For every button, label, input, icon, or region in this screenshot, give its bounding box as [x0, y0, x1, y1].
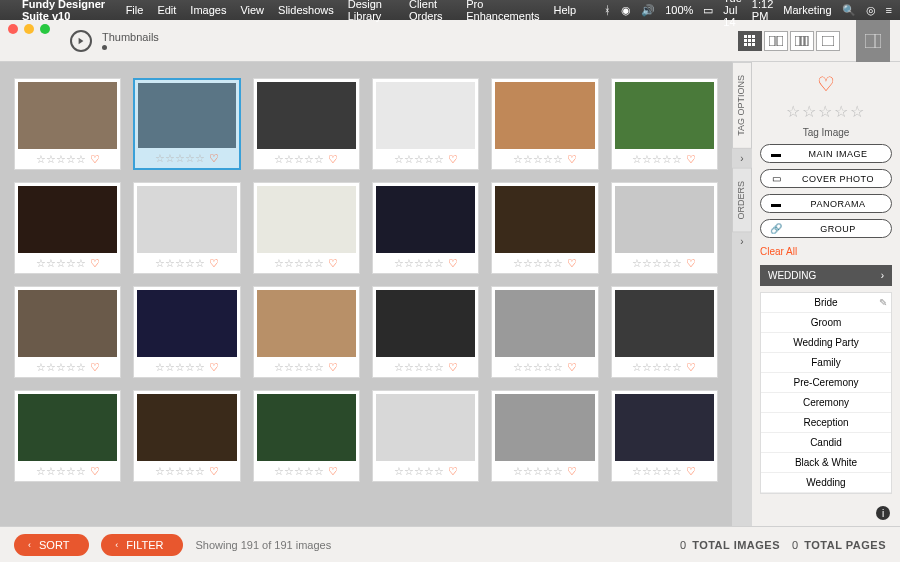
thumbnail[interactable]: ☆☆☆☆☆ ♡: [14, 390, 121, 482]
thumbnail[interactable]: ☆☆☆☆☆ ♡: [611, 78, 718, 170]
heart-icon[interactable]: ♡: [90, 153, 100, 166]
thumbnail[interactable]: ☆☆☆☆☆ ♡: [133, 78, 240, 170]
chevron-right-icon[interactable]: ›: [732, 149, 752, 168]
menu-edit[interactable]: Edit: [157, 4, 176, 16]
thumbnail-image[interactable]: [376, 186, 475, 253]
thumbnail-rating[interactable]: ☆☆☆☆☆ ♡: [373, 357, 478, 377]
thumbnail-rating[interactable]: ☆☆☆☆☆ ♡: [15, 149, 120, 169]
heart-icon[interactable]: ♡: [90, 257, 100, 270]
heart-icon[interactable]: ♡: [209, 152, 219, 165]
heart-icon[interactable]: ♡: [328, 361, 338, 374]
thumbnail-rating[interactable]: ☆☆☆☆☆ ♡: [254, 149, 359, 169]
category-item[interactable]: Ceremony: [761, 393, 891, 413]
thumbnail-rating[interactable]: ☆☆☆☆☆ ♡: [254, 253, 359, 273]
spotlight-icon[interactable]: 🔍: [842, 4, 856, 17]
thumbnail[interactable]: ☆☆☆☆☆ ♡: [253, 78, 360, 170]
category-item[interactable]: Black & White: [761, 453, 891, 473]
heart-icon[interactable]: ♡: [448, 257, 458, 270]
menu-file[interactable]: File: [126, 4, 144, 16]
heart-icon[interactable]: ♡: [448, 153, 458, 166]
category-item[interactable]: Wedding: [761, 473, 891, 493]
category-header[interactable]: WEDDING ›: [760, 265, 892, 286]
thumbnail[interactable]: ☆☆☆☆☆ ♡: [133, 286, 240, 378]
thumbnail-rating[interactable]: ☆☆☆☆☆ ♡: [15, 253, 120, 273]
thumbnail-image[interactable]: [615, 290, 714, 357]
thumbnail[interactable]: ☆☆☆☆☆ ♡: [14, 78, 121, 170]
thumbnail-image[interactable]: [257, 394, 356, 461]
heart-icon[interactable]: ♡: [448, 361, 458, 374]
favorite-heart-icon[interactable]: ♡: [760, 72, 892, 96]
thumbnail-image[interactable]: [137, 186, 236, 253]
heart-icon[interactable]: ♡: [567, 465, 577, 478]
time[interactable]: 1:12 PM: [752, 0, 773, 22]
thumbnail-grid[interactable]: ☆☆☆☆☆ ♡☆☆☆☆☆ ♡☆☆☆☆☆ ♡☆☆☆☆☆ ♡☆☆☆☆☆ ♡☆☆☆☆☆…: [0, 62, 732, 526]
play-button[interactable]: [70, 30, 92, 52]
thumbnail-rating[interactable]: ☆☆☆☆☆ ♡: [612, 357, 717, 377]
thumbnail-rating[interactable]: ☆☆☆☆☆ ♡: [15, 357, 120, 377]
tag-group[interactable]: 🔗 GROUP: [760, 219, 892, 238]
thumbnail-image[interactable]: [18, 290, 117, 357]
clear-all[interactable]: Clear All: [760, 244, 892, 259]
thumbnail-image[interactable]: [257, 82, 356, 149]
thumbnail-rating[interactable]: ☆☆☆☆☆ ♡: [134, 461, 239, 481]
thumbnail[interactable]: ☆☆☆☆☆ ♡: [611, 390, 718, 482]
menu-help[interactable]: Help: [554, 4, 577, 16]
thumbnail[interactable]: ☆☆☆☆☆ ♡: [372, 182, 479, 274]
tab-tag-options[interactable]: TAG OPTIONS: [732, 62, 752, 149]
thumbnail[interactable]: ☆☆☆☆☆ ♡: [491, 78, 598, 170]
thumbnail[interactable]: ☆☆☆☆☆ ♡: [611, 182, 718, 274]
category-item[interactable]: Family: [761, 353, 891, 373]
heart-icon[interactable]: ♡: [448, 465, 458, 478]
thumbnail-rating[interactable]: ☆☆☆☆☆ ♡: [612, 461, 717, 481]
thumbnail[interactable]: ☆☆☆☆☆ ♡: [133, 182, 240, 274]
thumbnail[interactable]: ☆☆☆☆☆ ♡: [133, 390, 240, 482]
heart-icon[interactable]: ♡: [686, 257, 696, 270]
heart-icon[interactable]: ♡: [567, 153, 577, 166]
user-name[interactable]: Marketing: [783, 4, 831, 16]
thumbnail[interactable]: ☆☆☆☆☆ ♡: [611, 286, 718, 378]
bluetooth-icon[interactable]: ᚼ: [604, 4, 611, 16]
heart-icon[interactable]: ♡: [686, 361, 696, 374]
wifi-icon[interactable]: ◉: [621, 4, 631, 17]
info-icon[interactable]: i: [876, 506, 890, 520]
thumbnail-image[interactable]: [495, 394, 594, 461]
thumbnail[interactable]: ☆☆☆☆☆ ♡: [14, 286, 121, 378]
siri-icon[interactable]: ◎: [866, 4, 876, 17]
thumbnail-rating[interactable]: ☆☆☆☆☆ ♡: [492, 461, 597, 481]
category-item[interactable]: Wedding Party: [761, 333, 891, 353]
heart-icon[interactable]: ♡: [90, 465, 100, 478]
thumbnail[interactable]: ☆☆☆☆☆ ♡: [253, 286, 360, 378]
heart-icon[interactable]: ♡: [209, 361, 219, 374]
app-name[interactable]: Fundy Designer Suite v10: [22, 0, 112, 22]
chevron-right-icon[interactable]: ›: [732, 232, 752, 251]
thumbnail-rating[interactable]: ☆☆☆☆☆ ♡: [373, 461, 478, 481]
heart-icon[interactable]: ♡: [686, 465, 696, 478]
thumbnail-image[interactable]: [18, 82, 117, 149]
view-spread[interactable]: [790, 31, 814, 51]
view-single[interactable]: [816, 31, 840, 51]
menu-pro-enhancements[interactable]: Pro Enhancements: [466, 0, 539, 22]
view-compare[interactable]: [764, 31, 788, 51]
thumbnail-image[interactable]: [137, 394, 236, 461]
thumbnail-rating[interactable]: ☆☆☆☆☆ ♡: [492, 149, 597, 169]
thumbnail-rating[interactable]: ☆☆☆☆☆ ♡: [612, 253, 717, 273]
thumbnail-rating[interactable]: ☆☆☆☆☆ ♡: [373, 253, 478, 273]
heart-icon[interactable]: ♡: [567, 257, 577, 270]
thumbnail-image[interactable]: [495, 186, 594, 253]
thumbnail-image[interactable]: [376, 394, 475, 461]
thumbnail[interactable]: ☆☆☆☆☆ ♡: [372, 286, 479, 378]
heart-icon[interactable]: ♡: [90, 361, 100, 374]
tag-main-image[interactable]: ▬ MAIN IMAGE: [760, 144, 892, 163]
thumbnail-rating[interactable]: ☆☆☆☆☆ ♡: [612, 149, 717, 169]
thumbnail-image[interactable]: [257, 290, 356, 357]
thumbnail-rating[interactable]: ☆☆☆☆☆ ♡: [373, 149, 478, 169]
menu-design-library[interactable]: Design Library: [348, 0, 395, 22]
category-item[interactable]: Pre-Ceremony: [761, 373, 891, 393]
thumbnail-image[interactable]: [138, 83, 235, 148]
view-grid[interactable]: [738, 31, 762, 51]
panel-toggle[interactable]: [856, 20, 890, 62]
category-item[interactable]: Bride✎: [761, 293, 891, 313]
close-window[interactable]: [8, 24, 18, 34]
tag-cover-photo[interactable]: ▭ COVER PHOTO: [760, 169, 892, 188]
thumbnail[interactable]: ☆☆☆☆☆ ♡: [491, 286, 598, 378]
